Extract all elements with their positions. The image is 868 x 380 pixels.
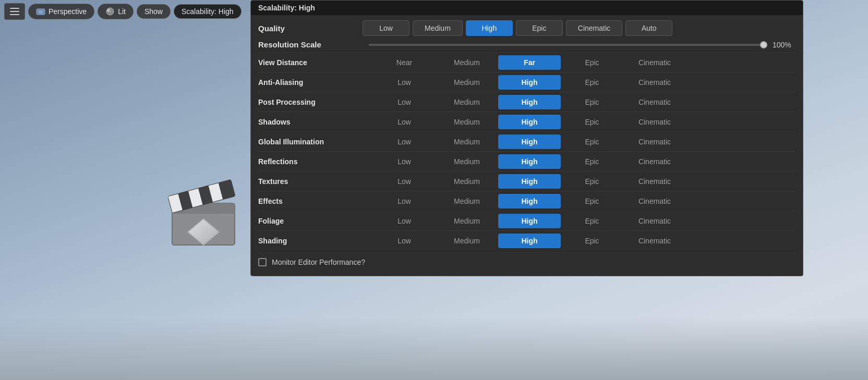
global-illumination-low[interactable]: Low — [373, 134, 436, 149]
post-processing-cinematic[interactable]: Cinematic — [623, 95, 686, 109]
setting-options-textures: Low Medium High Epic Cinematic — [373, 174, 795, 189]
anti-aliasing-high[interactable]: High — [498, 75, 561, 90]
reflections-high[interactable]: High — [498, 154, 561, 169]
global-illumination-high[interactable]: High — [498, 134, 561, 149]
global-illumination-cinematic[interactable]: Cinematic — [623, 134, 686, 149]
setting-name-foliage: Foliage — [258, 217, 373, 225]
hamburger-button[interactable] — [4, 3, 25, 20]
clapper-area — [162, 172, 245, 258]
setting-options-view-distance: Near Medium Far Epic Cinematic — [373, 55, 795, 70]
setting-name-view-distance: View Distance — [258, 58, 373, 67]
textures-epic[interactable]: Epic — [561, 174, 623, 189]
quality-auto-button[interactable]: Auto — [625, 20, 672, 36]
resolution-value: 100% — [773, 41, 795, 49]
perspective-button[interactable]: Perspective — [28, 4, 94, 19]
quality-medium-button[interactable]: Medium — [413, 20, 463, 36]
setting-row-anti-aliasing: Anti-Aliasing Low Medium High Epic Cinem… — [258, 72, 795, 92]
setting-row-post-processing: Post Processing Low Medium High Epic Cin… — [258, 92, 795, 112]
foliage-low[interactable]: Low — [373, 214, 436, 228]
setting-row-view-distance: View Distance Near Medium Far Epic Cinem… — [258, 52, 795, 72]
clapper-icon — [162, 172, 245, 255]
reflections-medium[interactable]: Medium — [436, 154, 498, 169]
effects-epic[interactable]: Epic — [561, 194, 623, 209]
reflections-epic[interactable]: Epic — [561, 154, 623, 169]
post-processing-low[interactable]: Low — [373, 95, 436, 109]
resolution-label: Resolution Scale — [258, 40, 363, 49]
effects-high[interactable]: High — [498, 194, 561, 209]
foliage-epic[interactable]: Epic — [561, 214, 623, 228]
quality-high-button[interactable]: High — [466, 20, 513, 36]
monitor-label: Monitor Editor Performance? — [272, 258, 365, 266]
view-distance-far[interactable]: Far — [498, 55, 561, 70]
resolution-row: Resolution Scale 100% — [258, 40, 795, 49]
quality-buttons: Low Medium High Epic Cinematic Auto — [363, 20, 672, 36]
perspective-label: Perspective — [49, 7, 87, 16]
setting-row-effects: Effects Low Medium High Epic Cinematic — [258, 191, 795, 211]
view-distance-epic[interactable]: Epic — [561, 55, 623, 70]
setting-name-global-illumination: Global Illumination — [258, 138, 373, 146]
textures-low[interactable]: Low — [373, 174, 436, 189]
quality-cinematic-button[interactable]: Cinematic — [566, 20, 622, 36]
view-distance-medium[interactable]: Medium — [436, 55, 498, 70]
effects-cinematic[interactable]: Cinematic — [623, 194, 686, 209]
post-processing-medium[interactable]: Medium — [436, 95, 498, 109]
textures-medium[interactable]: Medium — [436, 174, 498, 189]
setting-name-anti-aliasing: Anti-Aliasing — [258, 78, 373, 87]
post-processing-high[interactable]: High — [498, 95, 561, 109]
shadows-epic[interactable]: Epic — [561, 115, 623, 129]
effects-medium[interactable]: Medium — [436, 194, 498, 209]
setting-row-global-illumination: Global Illumination Low Medium High Epic… — [258, 131, 795, 151]
shadows-cinematic[interactable]: Cinematic — [623, 115, 686, 129]
global-illumination-medium[interactable]: Medium — [436, 134, 498, 149]
foliage-cinematic[interactable]: Cinematic — [623, 214, 686, 228]
setting-row-shading: Shading Low Medium High Epic Cinematic — [258, 230, 795, 250]
post-processing-epic[interactable]: Epic — [561, 95, 623, 109]
resolution-slider-thumb[interactable] — [760, 41, 767, 48]
textures-high[interactable]: High — [498, 174, 561, 189]
setting-name-reflections: Reflections — [258, 157, 373, 166]
scalability-button[interactable]: Scalability: High — [174, 4, 242, 19]
settings-list: View Distance Near Medium Far Epic Cinem… — [258, 52, 795, 250]
monitor-checkbox[interactable] — [258, 258, 267, 266]
setting-row-reflections: Reflections Low Medium High Epic Cinemat… — [258, 151, 795, 171]
setting-name-shading: Shading — [258, 237, 373, 245]
resolution-slider-track[interactable] — [369, 44, 767, 46]
perspective-icon — [36, 7, 45, 16]
shadows-high[interactable]: High — [498, 115, 561, 129]
setting-name-effects: Effects — [258, 197, 373, 205]
view-distance-cinematic[interactable]: Cinematic — [623, 55, 686, 70]
anti-aliasing-cinematic[interactable]: Cinematic — [623, 75, 686, 90]
panel-titlebar: Scalability: High — [251, 1, 803, 15]
foliage-high[interactable]: High — [498, 214, 561, 228]
effects-low[interactable]: Low — [373, 194, 436, 209]
reflections-low[interactable]: Low — [373, 154, 436, 169]
panel-title: Scalability: High — [258, 4, 315, 12]
shading-medium[interactable]: Medium — [436, 234, 498, 248]
show-button[interactable]: Show — [137, 4, 171, 19]
quality-label: Quality — [258, 24, 363, 33]
global-illumination-epic[interactable]: Epic — [561, 134, 623, 149]
view-distance-near[interactable]: Near — [373, 55, 436, 70]
shading-cinematic[interactable]: Cinematic — [623, 234, 686, 248]
scalability-label: Scalability: High — [182, 7, 234, 16]
shading-low[interactable]: Low — [373, 234, 436, 248]
setting-options-shading: Low Medium High Epic Cinematic — [373, 234, 795, 248]
quality-row: Quality Low Medium High Epic Cinematic A… — [258, 20, 795, 36]
shadows-medium[interactable]: Medium — [436, 115, 498, 129]
quality-epic-button[interactable]: Epic — [516, 20, 563, 36]
foliage-medium[interactable]: Medium — [436, 214, 498, 228]
setting-name-textures: Textures — [258, 177, 373, 186]
lit-button[interactable]: Lit — [98, 4, 134, 19]
shading-epic[interactable]: Epic — [561, 234, 623, 248]
shading-high[interactable]: High — [498, 234, 561, 248]
anti-aliasing-low[interactable]: Low — [373, 75, 436, 90]
textures-cinematic[interactable]: Cinematic — [623, 174, 686, 189]
shadows-low[interactable]: Low — [373, 115, 436, 129]
setting-name-shadows: Shadows — [258, 118, 373, 126]
setting-options-post-processing: Low Medium High Epic Cinematic — [373, 95, 795, 109]
reflections-cinematic[interactable]: Cinematic — [623, 154, 686, 169]
quality-low-button[interactable]: Low — [363, 20, 409, 36]
anti-aliasing-epic[interactable]: Epic — [561, 75, 623, 90]
anti-aliasing-medium[interactable]: Medium — [436, 75, 498, 90]
setting-options-anti-aliasing: Low Medium High Epic Cinematic — [373, 75, 795, 90]
